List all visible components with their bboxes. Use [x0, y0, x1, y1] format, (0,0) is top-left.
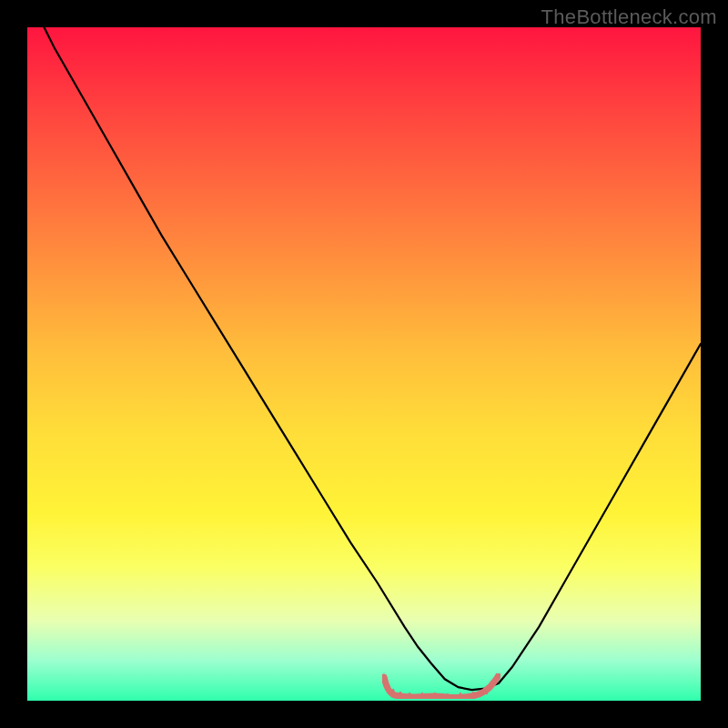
chart-area [27, 27, 701, 701]
watermark-text: TheBottleneck.com [541, 5, 717, 29]
bottleneck-curve [27, 27, 701, 701]
